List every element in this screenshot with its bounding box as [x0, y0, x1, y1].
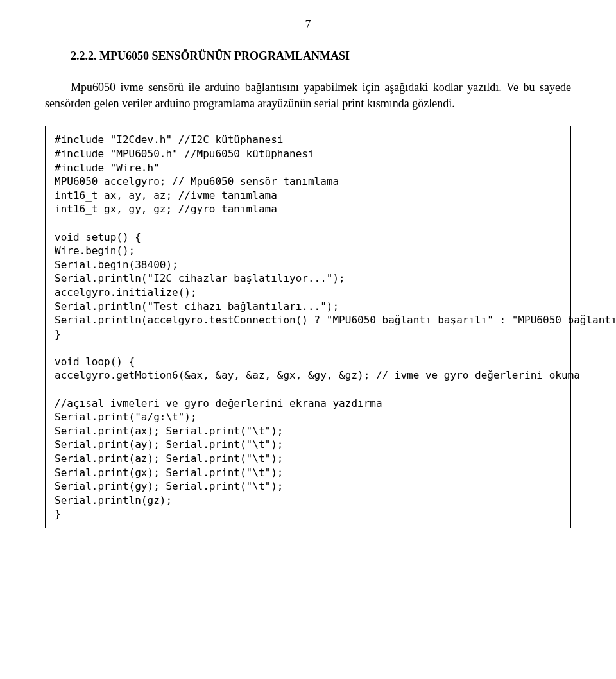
- intro-paragraph: Mpu6050 ivme sensörü ile arduino bağlant…: [45, 80, 571, 112]
- code-listing-box: #include "I2Cdev.h" //I2C kütüphanesi #i…: [45, 126, 571, 528]
- code-listing: #include "I2Cdev.h" //I2C kütüphanesi #i…: [55, 133, 561, 521]
- document-page: 7 2.2.2. MPU6050 SENSÖRÜNÜN PROGRAMLANMA…: [0, 0, 616, 679]
- section-heading: 2.2.2. MPU6050 SENSÖRÜNÜN PROGRAMLANMASI: [45, 49, 571, 63]
- page-number: 7: [45, 18, 571, 31]
